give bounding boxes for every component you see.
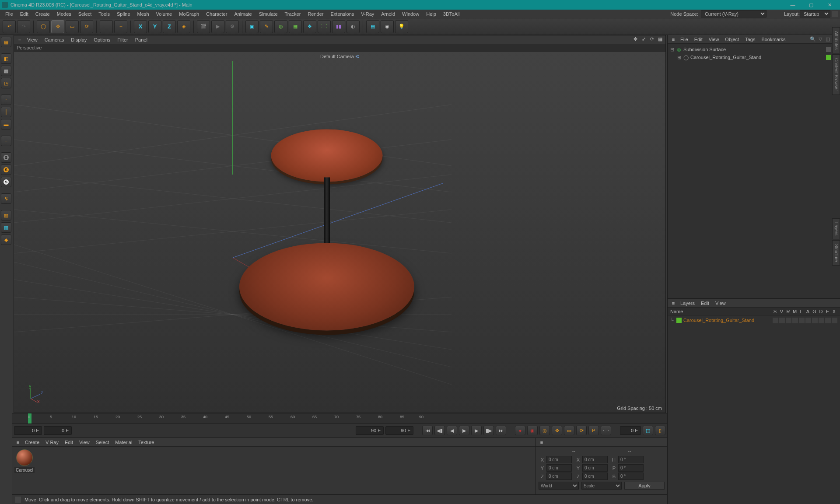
coord-size-dropdown[interactable]: Scale	[581, 482, 622, 490]
om-menu-tags[interactable]: Tags	[742, 36, 758, 43]
om-menu-edit[interactable]: Edit	[691, 36, 706, 43]
menu-window[interactable]: Window	[399, 10, 423, 18]
coord-mode-dropdown[interactable]: World	[539, 482, 579, 490]
layer-row[interactable]: └ Carousel_Rotating_Guitar_Stand	[668, 316, 839, 324]
s-tool-3[interactable]: S	[1, 177, 11, 187]
timeline-start-field[interactable]: 0 F	[14, 426, 42, 435]
goto-start-button[interactable]: ⏮	[422, 426, 433, 435]
autokey-button[interactable]: ◉	[527, 426, 538, 435]
move-tool[interactable]: ✥	[51, 20, 64, 33]
render-settings-button[interactable]: ⚙	[226, 20, 239, 33]
redo-button[interactable]: ↷	[17, 20, 30, 33]
viewport-3d-canvas[interactable]: Default Camera ⟲ y z x Grid Spacing : 50…	[14, 52, 665, 413]
prev-frame-button[interactable]: ◀	[447, 426, 457, 435]
key-pos-button[interactable]: ✥	[552, 426, 562, 435]
layers-menu-view[interactable]: View	[712, 300, 729, 307]
viewport-menu-display[interactable]: Display	[67, 36, 90, 43]
layers-menu-edit[interactable]: Edit	[698, 300, 712, 307]
next-key-button[interactable]: ▮▶	[483, 426, 494, 435]
menu-character[interactable]: Character	[203, 10, 231, 18]
undo-button[interactable]: ↶	[3, 20, 16, 33]
layer-flag-r[interactable]	[786, 318, 791, 323]
mesh-mode-1[interactable]: ▧	[1, 210, 11, 220]
menu-create[interactable]: Create	[32, 10, 53, 18]
window-close-button[interactable]: ✕	[824, 2, 835, 8]
timeline-ruler[interactable]: 0 5 10 15 20 25 30 35 40 45 50 55 60 65 …	[12, 413, 667, 424]
coord-mode-button[interactable]: ◈	[177, 20, 190, 33]
window-maximize-button[interactable]: ▢	[806, 2, 816, 8]
viewport-nav-zoom-icon[interactable]: ⤢	[640, 36, 647, 43]
rot-h-field[interactable]	[618, 456, 644, 463]
key-pla-button[interactable]: ⋮⋮	[601, 426, 611, 435]
size-x-field[interactable]	[582, 456, 608, 463]
layer-name-label[interactable]: Carousel_Rotating_Guitar_Stand	[683, 318, 771, 323]
pos-x-field[interactable]	[546, 456, 572, 463]
viewport-menu-cameras[interactable]: Cameras	[41, 36, 68, 43]
points-mode-button[interactable]: ⋅	[1, 94, 11, 105]
menu-animate[interactable]: Animate	[231, 10, 255, 18]
scale-tool[interactable]: ▭	[66, 20, 79, 33]
menu-tracker[interactable]: Tracker	[281, 10, 304, 18]
timeline-settings-2[interactable]: ▯	[655, 426, 665, 435]
material-menu-texture[interactable]: Texture	[135, 439, 157, 446]
live-select-tool[interactable]: ◯	[37, 20, 50, 33]
volume-button[interactable]: ▮▮	[332, 20, 345, 33]
menu-select[interactable]: Select	[75, 10, 95, 18]
next-frame-button[interactable]: ▶	[471, 426, 482, 435]
size-z-field[interactable]	[582, 472, 608, 480]
rot-b-field[interactable]	[618, 472, 644, 480]
layout-dropdown[interactable]: Startup	[800, 10, 830, 18]
polygons-mode-button[interactable]: ▬	[1, 119, 11, 130]
coord-apply-button[interactable]: Apply	[624, 482, 665, 490]
render-pv-button[interactable]: ▶	[211, 20, 224, 33]
menu-extensions[interactable]: Extensions	[327, 10, 357, 18]
y-axis-toggle[interactable]: Y	[148, 20, 161, 33]
mograph-button[interactable]: ⋮⋮	[318, 20, 331, 33]
pen-tool-button[interactable]: ✎	[260, 20, 273, 33]
record-button[interactable]: ●	[515, 426, 525, 435]
om-menu-object[interactable]: Object	[722, 36, 742, 43]
coord-menu-icon[interactable]: ≡	[538, 440, 546, 445]
viewport-nav-move-icon[interactable]: ✥	[632, 36, 639, 43]
timeline-end-field[interactable]: 90 F	[356, 426, 384, 435]
menu-tools[interactable]: Tools	[95, 10, 113, 18]
place-tool[interactable]: ＋	[114, 20, 127, 33]
x-axis-toggle[interactable]: X	[134, 20, 147, 33]
key-rot-button[interactable]: ⟳	[576, 426, 587, 435]
workplane-tool[interactable]: ↯	[1, 193, 11, 204]
model-mode-button[interactable]: ◧	[1, 53, 11, 64]
s-tool-1[interactable]: S	[1, 152, 11, 163]
size-y-field[interactable]	[582, 464, 608, 472]
layer-flag-d[interactable]	[819, 318, 824, 323]
layer-flag-e[interactable]	[825, 318, 831, 323]
menu-file[interactable]: File	[2, 10, 17, 18]
snap-toggle-button[interactable]: ⌐	[1, 136, 11, 146]
timeline-range-end-field[interactable]: 90 F	[385, 426, 413, 435]
layers-menu-layers[interactable]: Layers	[677, 300, 698, 307]
key-scale-button[interactable]: ▭	[564, 426, 574, 435]
workplane-mode-button[interactable]: ◳	[1, 78, 11, 88]
key-mode-button[interactable]: ◎	[539, 426, 550, 435]
timeline-settings-1[interactable]: ◫	[643, 426, 653, 435]
deformer-button[interactable]: ❖	[303, 20, 316, 33]
material-menu-vray[interactable]: V-Ray	[42, 439, 62, 446]
layer-flag-l[interactable]	[799, 318, 805, 323]
side-tab-content-browser[interactable]: Content Browser	[832, 54, 840, 94]
menu-modes[interactable]: Modes	[53, 10, 75, 18]
material-menu-create[interactable]: Create	[22, 439, 42, 446]
material-item[interactable]: Carousel	[15, 449, 34, 473]
light-button[interactable]: ◉	[381, 20, 394, 33]
material-menu-edit[interactable]: Edit	[62, 439, 76, 446]
om-menu-file[interactable]: File	[677, 36, 691, 43]
tree-label[interactable]: Subdivision Surface	[683, 47, 825, 52]
tree-row-sds[interactable]: ⊟ ◎ Subdivision Surface	[668, 46, 839, 53]
layer-flag-g[interactable]	[812, 318, 818, 323]
z-axis-toggle[interactable]: Z	[163, 20, 176, 33]
layer-expand-icon[interactable]: └	[670, 318, 675, 323]
menu-volume[interactable]: Volume	[153, 10, 176, 18]
rotate-tool[interactable]: ⟳	[80, 20, 93, 33]
floor-button[interactable]: ▤	[366, 20, 379, 33]
layer-flag-x[interactable]	[832, 318, 837, 323]
side-tab-structure[interactable]: Structure	[832, 240, 840, 266]
layer-flag-a[interactable]	[805, 318, 811, 323]
